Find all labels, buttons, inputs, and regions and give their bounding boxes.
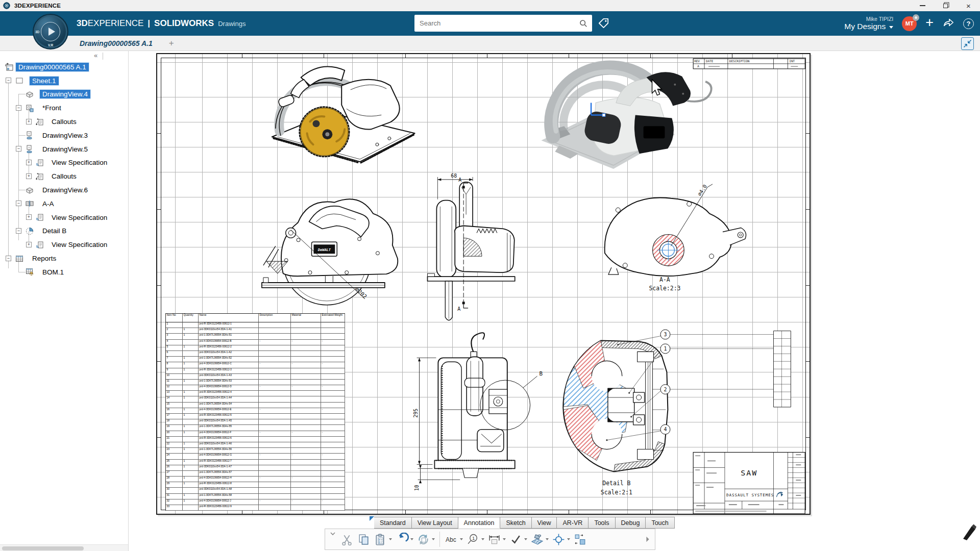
collapse-toggle[interactable]: − bbox=[16, 146, 21, 152]
note-button[interactable]: Abc bbox=[443, 530, 464, 549]
bom-row[interactable]: 201prd-4-3DK0106654-00612-F--- bbox=[166, 431, 345, 437]
cut-button[interactable] bbox=[338, 530, 355, 549]
tab-sketch[interactable]: Sketch bbox=[500, 517, 531, 529]
bom-row[interactable]: 311prd-1-3DK7L06554-3DAs-58 bbox=[166, 494, 345, 499]
bom-row[interactable]: 33prd-R-3DK0123456-00612-9 bbox=[166, 505, 345, 511]
tree-item-drawing00000565-a-1[interactable]: Drawing00000565 A.1 bbox=[0, 60, 128, 74]
tree-item-label[interactable]: Drawing00000565 A.1 bbox=[16, 63, 89, 71]
tree-item-drawingview-4[interactable]: DrawingView.4 bbox=[0, 88, 128, 102]
tree-item-label[interactable]: Callouts bbox=[49, 117, 79, 126]
dropdown-arrow-icon[interactable] bbox=[503, 538, 506, 540]
paste-button[interactable] bbox=[372, 530, 394, 549]
restore-button[interactable] bbox=[934, 0, 957, 11]
dropdown-arrow-icon[interactable] bbox=[389, 538, 392, 540]
dimension-button[interactable] bbox=[486, 530, 507, 549]
bom-row[interactable]: 91prd-R-3DK0123456-00612-3 bbox=[166, 368, 345, 374]
bom-row[interactable]: 18prd-3DK0110xx54-3DA-1-A5 bbox=[166, 419, 345, 425]
new-tab-button[interactable]: + bbox=[169, 39, 174, 47]
collapse-toggle[interactable]: − bbox=[6, 78, 11, 83]
dropdown-arrow-icon[interactable] bbox=[410, 538, 413, 540]
tab-view[interactable]: View bbox=[532, 517, 557, 529]
dropdown-arrow-icon[interactable] bbox=[567, 538, 570, 540]
dropdown-arrow-icon[interactable] bbox=[546, 538, 549, 540]
share-button[interactable] bbox=[942, 16, 954, 31]
bom-row[interactable]: 27prd-1-3DK7L06554-3DAs-57 bbox=[166, 471, 345, 477]
user-menu[interactable]: Mike TIPIZI My Designs bbox=[844, 16, 893, 31]
help-button[interactable]: ? bbox=[963, 18, 974, 29]
search-box[interactable] bbox=[414, 15, 592, 32]
tab-view-layout[interactable]: View Layout bbox=[412, 517, 458, 529]
bom-row[interactable]: 261prd-3DK0110xx54-3DA-1-A7 bbox=[166, 465, 345, 471]
document-tab[interactable]: Drawing00000565 A.1 bbox=[80, 39, 153, 47]
tab-annotation[interactable]: Annotation bbox=[458, 517, 501, 529]
bom-row[interactable]: 111prd-1-3DK7L06554-3DAs-53 bbox=[166, 380, 345, 385]
collapse-ui-button[interactable] bbox=[961, 37, 974, 50]
expand-toggle[interactable]: + bbox=[26, 160, 32, 165]
view-iso-lineart[interactable] bbox=[272, 66, 415, 163]
tree-item-label[interactable]: View Specification bbox=[49, 213, 110, 222]
tree-item-label[interactable]: A-A bbox=[40, 199, 57, 208]
panel-collapse-icon[interactable]: « bbox=[94, 52, 103, 60]
bom-row[interactable]: 21prd-R-3DK0123456-00612-6 bbox=[166, 437, 345, 442]
dimension-10[interactable]: 10 bbox=[414, 485, 420, 491]
view-front[interactable]: DeWALT ⌀202 bbox=[262, 199, 398, 305]
tree-item-view-specification[interactable]: +View Specification bbox=[0, 156, 128, 170]
bom-row[interactable]: 131prd-R-3DK0123456-00612-4 bbox=[166, 391, 345, 396]
tree-item-drawingview-3[interactable]: DrawingView.3 bbox=[0, 129, 128, 142]
bom-row[interactable]: 24prd-4-3DK0106654-00612-G--- bbox=[166, 454, 345, 459]
view-rear[interactable]: B 295 10 bbox=[413, 333, 543, 491]
tree-horizontal-scrollbar[interactable] bbox=[0, 544, 128, 551]
expand-toolbar-button[interactable] bbox=[327, 530, 338, 538]
tab-ar-vr[interactable]: AR-VR bbox=[557, 517, 589, 529]
revision-table[interactable]: REV DATE DESCRIPTION INT A bbox=[693, 59, 805, 69]
tab-debug[interactable]: Debug bbox=[616, 517, 646, 529]
tree-item-label[interactable]: Sheet.1 bbox=[30, 77, 59, 85]
expand-toggle[interactable]: + bbox=[26, 242, 32, 247]
tree-item-label[interactable]: Callouts bbox=[49, 172, 79, 181]
bom-row[interactable]: 51prd-R-3DK0123456-00612-2 bbox=[166, 345, 345, 351]
bom-row[interactable]: 291prd-R-3DK0123456-00612-8 bbox=[166, 482, 345, 488]
tag-icon[interactable] bbox=[597, 17, 610, 32]
expand-toggle[interactable]: + bbox=[26, 214, 32, 220]
tree-item-label[interactable]: BOM.1 bbox=[40, 268, 66, 277]
tree-item-label[interactable]: Detail B bbox=[40, 227, 69, 235]
bom-row[interactable]: 1prd-R-3DK0123456-00612-1 bbox=[166, 322, 345, 328]
tree-item-detail-b[interactable]: −Detail B bbox=[0, 224, 128, 238]
tab-standard[interactable]: Standard bbox=[374, 517, 412, 529]
undo-button[interactable] bbox=[394, 530, 415, 549]
bom-row[interactable]: 15prd-1-3DK7L06554-3DAs-54 bbox=[166, 403, 345, 408]
more-tools-button[interactable] bbox=[643, 530, 653, 549]
tree-item-view-specification[interactable]: +View Specification bbox=[0, 211, 128, 224]
bom-row[interactable]: 231prd-1-3DK7L06554-3DAs-56 bbox=[166, 448, 345, 454]
view-side[interactable]: 68 A A bbox=[427, 173, 514, 320]
bom-table[interactable]: Item NoQuantityNameDescriptionMaterialEs… bbox=[165, 313, 345, 511]
bom-row[interactable]: 31prd-1-3DK7L06554-3DAs-51 bbox=[166, 334, 345, 339]
tree-item-sheet-1[interactable]: −Sheet.1 bbox=[0, 74, 128, 88]
collapse-toggle[interactable]: − bbox=[16, 228, 21, 234]
tree-item-callouts[interactable]: +Callouts bbox=[0, 169, 128, 183]
scrollbar-thumb[interactable] bbox=[2, 546, 84, 550]
bom-row[interactable]: 4prd-4-3DK0106654-00612-B--- bbox=[166, 340, 345, 345]
tree-item-drawingview-5[interactable]: −DrawingView.5 bbox=[0, 142, 128, 156]
dropdown-arrow-icon[interactable] bbox=[432, 538, 435, 540]
copy-button[interactable] bbox=[355, 530, 372, 549]
bom-row[interactable]: 251prd-R-3DK0123456-00612-7 bbox=[166, 460, 345, 465]
bom-row[interactable]: 30prd-3DK0110xx54-3DA-1-A8 bbox=[166, 488, 345, 493]
search-input[interactable] bbox=[420, 19, 579, 27]
auto-arrange-dimensions-button[interactable] bbox=[572, 530, 589, 549]
spell-check-button[interactable] bbox=[507, 530, 529, 549]
view-section-aa[interactable]: ⌀4.0 A-A Scale:2:3 bbox=[605, 184, 746, 292]
dropdown-arrow-icon[interactable] bbox=[481, 538, 484, 540]
balloon-button[interactable]: 1 bbox=[464, 530, 486, 549]
tree-item-bom-1[interactable]: BOM.1 bbox=[0, 265, 128, 279]
tree-item-callouts[interactable]: +Callouts bbox=[0, 115, 128, 129]
3ds-compass-logo[interactable]: 3D V.R bbox=[33, 14, 68, 49]
bom-row[interactable]: 6prd-3DK0110xx54-3DA-1-A2 bbox=[166, 351, 345, 357]
avatar[interactable]: MT bbox=[902, 16, 917, 31]
tree-item-label[interactable]: Reports bbox=[30, 254, 59, 263]
tree-item-view-specification[interactable]: +View Specification bbox=[0, 238, 128, 252]
expand-toggle[interactable]: + bbox=[26, 173, 32, 179]
title-block[interactable]: SAW DASSAULT SYSTEMES bbox=[693, 453, 805, 514]
drawing-canvas[interactable]: REV DATE DESCRIPTION INT A bbox=[129, 51, 980, 551]
collapse-toggle[interactable]: − bbox=[16, 105, 21, 111]
